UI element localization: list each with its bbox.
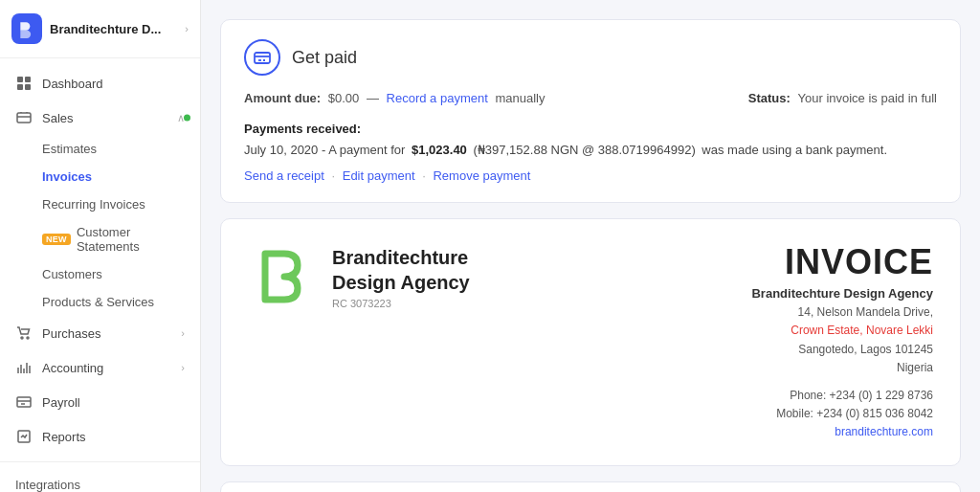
sidebar-bottom: Integrations Settings (0, 461, 200, 492)
reports-icon (15, 428, 33, 445)
sidebar-reports-label: Reports (42, 430, 185, 444)
invoice-left-section: Branditechture Design Agency RC 3073223 (248, 242, 470, 311)
estimates-label: Estimates (42, 142, 97, 156)
status-label: Status: (748, 91, 791, 105)
accounting-icon (15, 359, 33, 376)
amount-value: $0.00 (328, 91, 360, 105)
svg-point-6 (27, 337, 29, 339)
sidebar-item-customers[interactable]: Customers (0, 260, 200, 288)
dashboard-icon (15, 75, 33, 92)
sidebar-item-reports[interactable]: Reports (0, 419, 200, 454)
purchases-icon (15, 324, 33, 342)
invoice-footer-card: Bill to BOGoods Company Invoice Number: … (220, 481, 961, 493)
invoice-address: 14, Nelson Mandela Drive, Crown Estate, … (751, 303, 933, 377)
customer-statements-label: Customer Statements (77, 225, 185, 254)
svg-rect-3 (25, 84, 31, 90)
integrations-label: Integrations (15, 478, 80, 492)
sidebar-accounting-label: Accounting (42, 361, 181, 375)
get-paid-card: Get paid Amount due: $0.00 — Record a pa… (220, 19, 961, 203)
accounting-chevron-icon: › (181, 362, 185, 373)
svg-rect-9 (255, 53, 270, 63)
sales-dot (184, 115, 190, 122)
payment-actions: Send a receipt · Edit payment · Remove p… (244, 168, 937, 183)
svg-rect-0 (17, 77, 23, 82)
brand-header[interactable]: Branditechture D... › (0, 0, 200, 58)
phone: Phone: +234 (0) 1 229 8736 (751, 387, 933, 405)
payments-received-section: Payments received: July 10, 2020 - A pay… (244, 119, 937, 161)
sidebar-item-recurring-invoices[interactable]: Recurring Invoices (0, 190, 200, 218)
payment-amount: $1,023.40 (412, 143, 467, 157)
amount-due-label: Amount due: (244, 91, 321, 105)
address-line1: 14, Nelson Mandela Drive, (751, 303, 933, 322)
address-country: Nigeria (751, 359, 933, 377)
company-rc: RC 3073223 (332, 298, 470, 309)
send-receipt-link[interactable]: Send a receipt (244, 168, 324, 183)
invoices-label: Invoices (42, 169, 92, 184)
sidebar-item-dashboard[interactable]: Dashboard (0, 66, 200, 101)
svg-rect-2 (17, 84, 23, 90)
new-badge: NEW (42, 234, 71, 245)
sidebar-item-accounting[interactable]: Accounting › (0, 350, 200, 385)
sidebar-payroll-label: Payroll (42, 395, 185, 410)
get-paid-title: Get paid (292, 48, 357, 68)
sidebar-item-customer-statements[interactable]: NEW Customer Statements (0, 218, 200, 260)
sidebar-item-purchases[interactable]: Purchases › (0, 316, 200, 350)
sidebar-purchases-label: Purchases (42, 326, 181, 341)
invoice-biz-name: Branditechture Design Agency (751, 286, 933, 301)
get-paid-header: Get paid (244, 39, 937, 76)
brand-chevron-icon: › (185, 23, 189, 34)
manually-text: manually (495, 91, 545, 105)
company-name: Branditechture Design Agency (332, 245, 470, 295)
company-info: Branditechture Design Agency RC 3073223 (332, 245, 470, 309)
sidebar-nav: Dashboard Sales ∧ Estimates Invoices (0, 58, 200, 461)
get-paid-icon (244, 39, 280, 76)
status-value: Your invoice is paid in full (798, 91, 938, 105)
payment-method: was made using a bank payment. (702, 143, 887, 157)
sidebar-item-estimates[interactable]: Estimates (0, 135, 200, 163)
invoice-contact: Phone: +234 (0) 1 229 8736 Mobile: +234 … (751, 387, 933, 442)
svg-point-5 (21, 337, 23, 339)
customers-label: Customers (42, 267, 102, 281)
products-services-label: Products & Services (42, 295, 154, 309)
sidebar-dashboard-label: Dashboard (42, 77, 185, 91)
website: branditechture.com (751, 423, 933, 441)
payment-detail: July 10, 2020 - A payment for $1,023.40 … (244, 143, 887, 157)
sidebar-item-invoices[interactable]: Invoices (0, 163, 200, 190)
svg-rect-4 (17, 113, 31, 123)
address-line2: Crown Estate, Novare Lekki (751, 322, 933, 340)
sidebar-item-products-services[interactable]: Products & Services (0, 288, 200, 316)
invoice-right-section: INVOICE Branditechture Design Agency 14,… (751, 242, 933, 441)
remove-payment-link[interactable]: Remove payment (433, 168, 530, 183)
main-content: Get paid Amount due: $0.00 — Record a pa… (201, 0, 980, 492)
payroll-icon (15, 393, 33, 411)
company-logo (248, 242, 317, 311)
recurring-invoices-label: Recurring Invoices (42, 197, 145, 212)
amount-dash: — (367, 91, 379, 105)
sidebar-item-payroll[interactable]: Payroll (0, 385, 200, 419)
invoice-card: Branditechture Design Agency RC 3073223 … (220, 218, 961, 465)
status-section: Status: Your invoice is paid in full (748, 91, 937, 105)
amount-due-section: Amount due: $0.00 — Record a payment man… (244, 91, 545, 105)
address-line3: Sangotedo, Lagos 101245 (751, 341, 933, 359)
sidebar: Branditechture D... › Dashboard (0, 0, 201, 492)
svg-rect-7 (17, 397, 31, 407)
sep2: · (422, 168, 426, 183)
svg-rect-1 (25, 77, 31, 82)
brand-icon (11, 13, 42, 44)
sep1: · (331, 168, 335, 183)
sidebar-item-integrations[interactable]: Integrations (0, 470, 200, 492)
edit-payment-link[interactable]: Edit payment (343, 168, 415, 183)
sales-icon (15, 109, 33, 126)
amount-status-row: Amount due: $0.00 — Record a payment man… (244, 91, 937, 105)
sidebar-item-sales[interactable]: Sales ∧ (0, 101, 200, 135)
sidebar-sales-label: Sales (42, 111, 177, 125)
sales-subnav: Estimates Invoices Recurring Invoices NE… (0, 135, 200, 316)
mobile: Mobile: +234 (0) 815 036 8042 (751, 405, 933, 423)
brand-name: Branditechture D... (50, 22, 185, 36)
payment-ngn: (₦397,152.88 NGN @ 388.0719964992) (473, 143, 695, 157)
record-payment-link[interactable]: Record a payment (387, 91, 488, 105)
payments-received-label: Payments received: (244, 122, 361, 136)
invoice-title: INVOICE (751, 242, 933, 282)
purchases-chevron-icon: › (181, 327, 185, 339)
